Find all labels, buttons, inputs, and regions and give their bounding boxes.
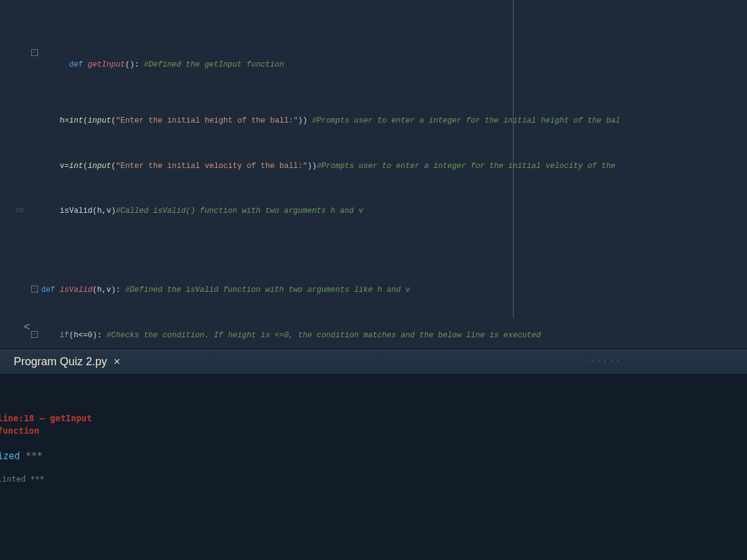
- tab-label: Program Quiz 2.py: [14, 355, 107, 368]
- scroll-left-icon[interactable]: <: [24, 321, 31, 334]
- code-line: -def isValid(h,v): #Defined the isValid …: [0, 284, 747, 296]
- code-line: - def getInput(): #Defined the getInput …: [0, 48, 747, 82]
- fold-toggle-icon[interactable]: -: [31, 49, 38, 56]
- console-dim-line: linted ***: [0, 474, 747, 483]
- fold-column: -: [27, 48, 41, 57]
- console-info-line: ized ***: [0, 449, 747, 463]
- code-line: v=int(input("Enter the initial velocity …: [0, 161, 747, 172]
- fold-toggle-icon[interactable]: -: [31, 286, 38, 292]
- console-error-line: function: [0, 424, 747, 437]
- tab-overflow-icon: ·····: [590, 357, 622, 366]
- close-tab-icon[interactable]: ✕: [113, 357, 121, 366]
- console-error-line: line:18 — getInput: [0, 412, 747, 424]
- tab-bar: Program Quiz 2.py ✕ ·····: [0, 348, 747, 375]
- code-line: - if(h<=0): #Checks the condition. If he…: [0, 330, 747, 341]
- output-panel[interactable]: line:18 — getInput function ized *** lin…: [0, 375, 747, 560]
- code-line: h=int(input("Enter the initial height of…: [0, 115, 747, 126]
- file-tab-active[interactable]: Program Quiz 2.py ✕: [5, 349, 129, 374]
- line-number: [0, 48, 27, 58]
- fold-toggle-icon[interactable]: -: [31, 331, 38, 338]
- code-line: 20 isValid(h,v)#Called isValid() functio…: [0, 205, 747, 217]
